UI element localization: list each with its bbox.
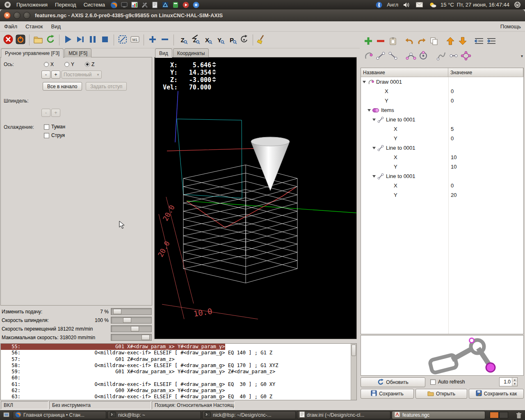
browser-launcher-icon[interactable] [192,1,200,9]
temperature-indicator[interactable]: 15 °C [441,2,454,8]
jog-speed-slider[interactable] [111,325,152,332]
reload-file-button[interactable] [44,34,57,46]
column-name-header[interactable]: Название [361,68,448,77]
paste-button[interactable] [387,35,399,47]
add-feature-button[interactable] [362,35,374,47]
tool-draw-icon[interactable] [362,50,374,62]
remove-feature-button[interactable] [374,35,387,47]
bluetooth-icon[interactable] [375,1,383,9]
menu-system[interactable]: Система [80,0,109,9]
expander-icon[interactable] [363,81,366,85]
window-minimize-button[interactable] [14,12,21,19]
taskbar-window-terminal1[interactable]: nick@ltsp: ~ [107,411,201,419]
tree-row-param[interactable]: X5 [361,124,523,134]
run-program-button[interactable] [62,34,74,46]
indent-button[interactable] [485,35,498,47]
slider-thumb[interactable] [113,309,121,314]
menu-help[interactable]: Помощь [496,21,525,32]
menu-view[interactable]: Вид [47,21,65,32]
taskbar-window-editor[interactable]: draw.ini (~/Design/cnc-cl... [297,411,390,419]
tab-preview[interactable]: Вид [155,48,172,58]
display-launcher-icon[interactable] [120,1,128,9]
menu-places[interactable]: Переход [51,0,80,9]
tool-line-icon[interactable] [374,50,387,62]
axis-radio-z[interactable]: Z [85,62,94,67]
refresh-interval-spinbox[interactable]: 1.0 ▲▼ [499,377,518,386]
menu-file[interactable]: Файл [0,21,21,32]
outdent-button[interactable] [473,35,485,47]
mail-icon[interactable] [415,1,423,9]
tool-link-icon[interactable] [447,50,460,62]
workspace-active[interactable] [490,412,499,418]
move-down-button[interactable] [457,35,469,47]
menu-machine[interactable]: Станок [21,21,47,32]
redo-button[interactable] [415,35,428,47]
tree-row-line[interactable]: Line to 0001 [361,171,523,181]
tab-mdi[interactable]: MDI [F5] [64,48,91,57]
tree-row-param[interactable]: X0 [361,87,523,96]
gcode-line[interactable]: 61: O<milldraw-exec-if> ELSEIF [ #<draw_… [1,381,356,388]
tool-line2-icon[interactable] [387,50,399,62]
distro-menu-icon[interactable] [4,1,11,9]
clear-plot-button[interactable] [256,34,268,46]
slider-thumb[interactable] [123,317,131,323]
machine-power-button[interactable] [14,34,27,46]
trash-icon[interactable] [515,411,523,419]
undo-button[interactable] [403,35,415,47]
taskbar-window-terminal2[interactable]: nick@ltsp: ~/Design/cnc-... [202,411,296,419]
gcode-listing[interactable]: 55: G01 X#<draw_param_x> Y#<draw_param_y… [0,343,357,400]
show-desktop-button[interactable] [2,411,10,419]
tree-row-param[interactable]: Y10 [361,162,523,171]
zoom-out-button[interactable] [159,34,171,46]
view-side-button[interactable]: X [201,34,213,46]
expander-icon[interactable] [372,175,376,179]
toggle-optional-pause-button[interactable]: M1 [129,34,141,46]
keyboard-layout-indicator[interactable]: Англ [387,2,398,8]
jog-mode-dropdown[interactable]: Постоянный▼ [62,71,102,79]
tree-row-param[interactable]: Y0 [361,96,523,105]
window-close-button[interactable]: ✕ [4,12,11,19]
stop-button[interactable] [99,34,111,46]
slider-thumb[interactable] [142,335,150,340]
view-top-button[interactable]: Z [176,34,189,46]
move-up-button[interactable] [444,35,457,47]
tools-launcher-icon[interactable] [141,1,148,9]
axis-radio-x[interactable]: X [44,62,54,67]
gcode-line[interactable]: 58: O<milldraw-exec-if> ELSEIF [ #<draw_… [1,363,356,369]
chart-launcher-icon[interactable] [130,1,138,9]
gcode-line[interactable]: 56: O<milldraw-exec-if> ELSEIF [ #<draw_… [1,350,356,356]
session-menu-icon[interactable] [514,1,521,9]
tree-row-param[interactable]: X10 [361,153,523,162]
gcode-line[interactable]: 60: [1,375,356,381]
tree-row-param[interactable]: Y20 [361,190,523,200]
preview-canvas[interactable]: 20.0 20.0 10.0 X:5.646 Y:14.354 Z:-3.000… [154,57,357,339]
spindle-faster-button[interactable]: + [51,109,60,117]
jog-minus-button[interactable]: - [41,71,50,79]
tree-row-line[interactable]: Line to 0001 [361,143,523,153]
cad-launcher-icon[interactable] [161,1,169,9]
tab-manual-control[interactable]: Ручное управление [F3] [1,48,64,58]
pause-button[interactable] [87,34,99,46]
gcode-line-active[interactable]: 55: G01 X#<draw_param_x> Y#<draw_param_y… [1,344,225,350]
auto-refresh-checkbox[interactable]: Auto refresh [430,379,465,385]
slider-thumb[interactable] [131,326,139,331]
volume-icon[interactable] [402,1,410,9]
column-value-header[interactable]: Значение [448,68,523,77]
save-button[interactable]: Сохранить [361,389,414,399]
toggle-skip-lines-button[interactable] [116,34,129,46]
tools-dropdown-button[interactable]: ▾ [521,54,523,58]
gcode-line[interactable]: 62: G00 X#<draw_param_x> Y#<draw_param_y… [1,388,356,394]
axis-radio-y[interactable]: Y [64,62,74,67]
taskbar-window-axis[interactable]: features.ngc [392,411,485,419]
tree-row-line[interactable]: Line to 0001 [361,115,523,124]
expander-icon[interactable] [368,109,371,113]
media-launcher-icon[interactable] [182,1,189,9]
calculator-launcher-icon[interactable] [171,1,179,9]
menu-applications[interactable]: Приложения [13,0,51,9]
tool-spline-icon[interactable] [435,50,447,62]
tool-circle-icon[interactable] [417,50,429,62]
clock-indicator[interactable]: Пт, 27 июня, 16:47:44 [457,2,509,8]
scrollbar-thumb[interactable] [352,345,356,356]
expander-icon[interactable] [372,147,376,151]
editor-launcher-icon[interactable] [151,1,159,9]
